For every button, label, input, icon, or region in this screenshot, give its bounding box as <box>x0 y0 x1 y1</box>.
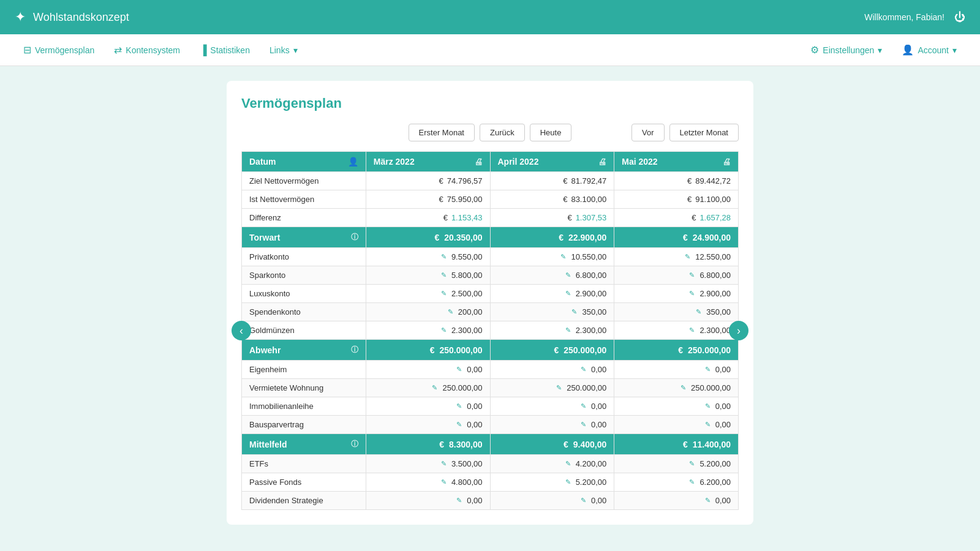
nav-label-vermogensplan: Vermögensplan <box>35 45 94 55</box>
edit-icon[interactable]: ✎ <box>705 402 710 410</box>
edit-icon[interactable]: ✎ <box>441 326 447 334</box>
edit-icon[interactable]: ✎ <box>560 253 566 261</box>
edit-icon[interactable]: ✎ <box>689 271 695 279</box>
edit-icon[interactable]: ✎ <box>571 308 577 316</box>
edit-icon[interactable]: ✎ <box>581 497 586 504</box>
nav-item-links[interactable]: Links ▾ <box>261 42 306 59</box>
edit-icon[interactable]: ✎ <box>448 308 453 316</box>
carousel-next-button[interactable]: › <box>729 321 748 340</box>
edit-icon[interactable]: ✎ <box>441 478 447 486</box>
edit-icon[interactable]: ✎ <box>441 253 447 261</box>
nav-item-kontensystem[interactable]: ⇄ Kontensystem <box>105 40 189 59</box>
letzter-monat-button[interactable]: Letzter Monat <box>669 124 739 141</box>
edit-icon[interactable]: ✎ <box>441 290 447 298</box>
val-ia-marz: ✎0,00 <box>366 397 490 415</box>
card: Vermögensplan Erster Monat Zurück Heute … <box>227 81 753 525</box>
edit-icon[interactable]: ✎ <box>689 478 695 486</box>
edit-icon[interactable]: ✎ <box>565 478 571 486</box>
val-mittelfeld-mai: €11.400,00 <box>614 435 738 454</box>
nav-label-einstellungen: Einstellungen <box>823 45 874 55</box>
row-vermietete-wohnung: Vermietete Wohnung ✎250.000,00 ✎250.000,… <box>242 379 739 397</box>
edit-icon[interactable]: ✎ <box>441 460 447 468</box>
erster-monat-button[interactable]: Erster Monat <box>409 124 475 141</box>
row-ist-nettovermogen: Ist Nettovermögen €75.950,00 €83.100,00 … <box>242 190 739 209</box>
edit-icon[interactable]: ✎ <box>456 421 462 429</box>
row-differenz: Differenz €1.153,43 €1.307,53 €1.657,28 <box>242 209 739 227</box>
row-immobilienanleihe: Immobilienanleihe ✎0,00 ✎0,00 ✎0,00 <box>242 397 739 416</box>
edit-icon[interactable]: ✎ <box>456 365 462 373</box>
row-cat-torwart: Torwart ⓘ €20.350,00 <box>242 227 739 248</box>
edit-icon[interactable]: ✎ <box>556 384 562 392</box>
heute-button[interactable]: Heute <box>530 124 572 141</box>
row-bausparvertrag: Bausparvertrag ✎0,00 ✎0,00 ✎0,00 <box>242 416 739 434</box>
edit-icon[interactable]: ✎ <box>680 384 686 392</box>
val-pf-marz: ✎4.800,00 <box>366 473 490 491</box>
edit-icon[interactable]: ✎ <box>441 271 447 279</box>
label-dividenden-strategie: Dividenden Strategie <box>242 492 366 509</box>
label-privatkonto: Privatkonto <box>242 248 366 266</box>
datum-icon: 👤 <box>348 157 358 167</box>
logout-icon[interactable]: ⏻ <box>954 11 965 24</box>
val-abwehr-mai: €250.000,00 <box>614 340 738 360</box>
edit-icon[interactable]: ✎ <box>581 365 586 373</box>
edit-icon[interactable]: ✎ <box>456 497 462 504</box>
val-goldmunzen-april: ✎2.300,00 <box>491 321 614 339</box>
edit-icon[interactable]: ✎ <box>696 308 701 316</box>
edit-icon[interactable]: ✎ <box>689 326 695 334</box>
th-mai: Mai 2022 🖨 <box>614 152 738 171</box>
val-luxuskonto-marz: ✎2.500,00 <box>366 285 490 302</box>
edit-icon[interactable]: ✎ <box>456 402 462 410</box>
val-torwart-mai: €24.900,00 <box>614 228 738 247</box>
val-ist-april: €83.100,00 <box>491 190 614 208</box>
val-ds-mai: ✎0,00 <box>614 492 738 509</box>
edit-icon[interactable]: ✎ <box>705 421 710 429</box>
zuruck-button[interactable]: Zurück <box>480 124 525 141</box>
edit-icon[interactable]: ✎ <box>705 365 710 373</box>
label-ziel: Ziel Nettovermögen <box>242 172 366 190</box>
val-spendenkonto-mai: ✎350,00 <box>614 303 738 321</box>
april-print-icon[interactable]: 🖨 <box>598 157 606 167</box>
row-spendenkonto: Spendenkonto ✎200,00 ✎350,00 ✎350,00 <box>242 303 739 321</box>
edit-icon[interactable]: ✎ <box>705 497 710 504</box>
mai-print-icon[interactable]: 🖨 <box>722 157 731 167</box>
nav-label-statistiken: Statistiken <box>210 45 250 55</box>
edit-icon[interactable]: ✎ <box>565 326 571 334</box>
abwehr-info-icon[interactable]: ⓘ <box>351 345 358 355</box>
val-ziel-april: €81.792,47 <box>491 172 614 190</box>
val-eigenheim-april: ✎0,00 <box>491 361 614 378</box>
row-privatkonto: Privatkonto ✎9.550,00 ✎10.550,00 ✎12.550… <box>242 248 739 266</box>
val-privatkonto-mai: ✎12.550,00 <box>614 248 738 266</box>
val-abwehr-april: €250.000,00 <box>491 340 614 360</box>
val-vw-mai: ✎250.000,00 <box>614 379 738 397</box>
edit-icon[interactable]: ✎ <box>685 253 690 261</box>
edit-icon[interactable]: ✎ <box>689 460 695 468</box>
val-etfs-april: ✎4.200,00 <box>491 455 614 473</box>
mittelfeld-info-icon[interactable]: ⓘ <box>351 439 358 449</box>
edit-icon[interactable]: ✎ <box>565 271 571 279</box>
edit-icon[interactable]: ✎ <box>581 421 586 429</box>
val-goldmunzen-marz: ✎2.300,00 <box>366 321 490 339</box>
edit-icon[interactable]: ✎ <box>581 402 586 410</box>
nav-item-statistiken[interactable]: ▐ Statistiken <box>191 41 258 59</box>
val-pf-april: ✎5.200,00 <box>491 473 614 491</box>
edit-icon[interactable]: ✎ <box>565 290 571 298</box>
val-ds-marz: ✎0,00 <box>366 492 490 509</box>
row-ziel-nettovermogen: Ziel Nettovermögen €74.796,57 €81.792,47… <box>242 172 739 190</box>
welcome-text: Willkommen, Fabian! <box>864 12 944 22</box>
edit-icon[interactable]: ✎ <box>689 290 695 298</box>
torwart-info-icon[interactable]: ⓘ <box>351 232 358 242</box>
edit-icon[interactable]: ✎ <box>565 460 571 468</box>
table-header-row: Datum 👤 März 2022 🖨 <box>242 152 739 172</box>
edit-icon[interactable]: ✎ <box>432 384 437 392</box>
table-carousel: ‹ › Datum 👤 <box>241 151 739 510</box>
marz-print-icon[interactable]: 🖨 <box>474 157 483 167</box>
vor-button[interactable]: Vor <box>631 124 665 141</box>
nav-item-vermogensplan[interactable]: ⊟ Vermögensplan <box>15 40 103 59</box>
marz-title: März 2022 <box>374 157 415 167</box>
val-differenz-marz: €1.153,43 <box>366 209 490 227</box>
val-luxuskonto-april: ✎2.900,00 <box>491 285 614 302</box>
nav-item-einstellungen[interactable]: ⚙ Einstellungen ▾ <box>802 40 891 59</box>
nav-item-account[interactable]: 👤 Account ▾ <box>893 40 965 59</box>
statistiken-icon: ▐ <box>200 45 206 56</box>
carousel-prev-button[interactable]: ‹ <box>232 321 251 340</box>
